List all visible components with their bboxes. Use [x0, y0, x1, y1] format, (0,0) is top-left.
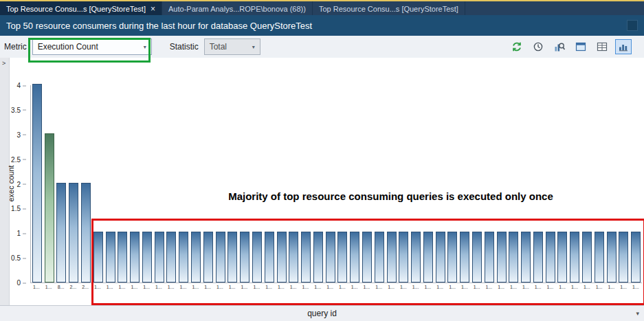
x-tick-label: 1... [617, 285, 630, 292]
bar[interactable] [387, 232, 397, 283]
bar[interactable] [69, 183, 78, 283]
bar[interactable] [265, 232, 274, 283]
bar[interactable] [227, 232, 237, 283]
refresh-icon[interactable] [509, 39, 525, 54]
x-tick-label: 1... [201, 285, 214, 292]
y-tick-label: 0.5 [11, 254, 21, 262]
bar-slot [251, 85, 263, 283]
pane-view-icon[interactable] [573, 39, 589, 54]
bar[interactable] [375, 232, 384, 283]
bar[interactable] [289, 232, 298, 283]
bar[interactable] [509, 232, 518, 283]
metric-label: Metric [4, 42, 27, 52]
bar[interactable] [546, 232, 555, 283]
close-icon[interactable]: × [151, 4, 155, 14]
x-tick-label: 1... [165, 285, 177, 292]
x-tick-label: 1... [153, 285, 165, 292]
x-tick-label: 1... [300, 285, 312, 292]
x-tick-label: 1... [446, 285, 458, 292]
statistic-label: Statistic [170, 42, 199, 52]
chart-view-icon[interactable] [615, 39, 632, 54]
bar[interactable] [619, 232, 628, 283]
tab-auto-param-analysis[interactable]: Auto-Param Analys...ROPE\bonova (68)) [162, 1, 313, 16]
bar[interactable] [460, 232, 469, 283]
bar[interactable] [362, 232, 372, 283]
bar[interactable] [301, 232, 311, 283]
x-tick-label: 1... [116, 285, 129, 292]
bar[interactable] [277, 232, 287, 283]
y-tick-label: 2.5 [11, 155, 21, 163]
bar[interactable] [203, 232, 213, 283]
x-tick-label: 1... [140, 285, 153, 292]
bar[interactable] [81, 183, 91, 283]
x-tick-label: 1... [568, 285, 581, 292]
bar-slot [434, 85, 447, 283]
bar[interactable] [447, 232, 457, 283]
grid-view-icon[interactable] [594, 39, 610, 54]
tab-top-resource-consumers-1[interactable]: Top Resource Consu...s [QueryStoreTest] … [0, 1, 162, 16]
bar-slot [190, 85, 202, 283]
x-axis-dropdown-icon[interactable]: ▾ [636, 310, 639, 317]
bar[interactable] [582, 232, 592, 283]
bar[interactable] [313, 232, 323, 283]
bar-slot [544, 85, 557, 283]
bar[interactable] [595, 232, 604, 283]
chevron-down-icon: ▾ [252, 44, 255, 50]
y-tick-label: 3.5 [11, 106, 21, 113]
bar-slot [92, 85, 104, 283]
bar-selected[interactable] [45, 133, 54, 283]
bar[interactable] [350, 232, 359, 283]
x-tick-label: 1... [287, 285, 300, 292]
tab-label: Auto-Param Analys...ROPE\bonova (68)) [168, 5, 306, 13]
x-tick-label: 1... [385, 285, 397, 292]
x-tick-label: 1... [495, 285, 507, 292]
track-query-icon[interactable] [551, 39, 568, 54]
bar[interactable] [93, 232, 103, 283]
bar[interactable] [423, 232, 433, 283]
statistic-dropdown[interactable]: Total ▾ [204, 38, 260, 55]
bar[interactable] [240, 232, 249, 283]
bar[interactable] [521, 232, 531, 283]
page-title: Top 50 resource consumers during the las… [6, 21, 312, 31]
bar-slot [263, 85, 276, 283]
header-corner-icon[interactable] [627, 20, 638, 31]
bar[interactable] [497, 232, 507, 283]
bar-slot [397, 85, 410, 283]
bar[interactable] [399, 232, 408, 283]
x-tick-label: 1... [532, 285, 544, 292]
clock-icon[interactable] [530, 39, 546, 54]
bar[interactable] [106, 232, 115, 283]
bar[interactable] [32, 84, 42, 283]
bar[interactable] [155, 232, 164, 283]
bar[interactable] [142, 232, 152, 283]
bar[interactable] [631, 232, 641, 283]
bar[interactable] [533, 232, 543, 283]
bar-slot [593, 85, 606, 283]
bar[interactable] [130, 232, 140, 283]
bar-slot [202, 85, 214, 283]
bar[interactable] [557, 232, 567, 283]
bar[interactable] [179, 232, 188, 283]
bar[interactable] [191, 232, 201, 283]
bar[interactable] [326, 232, 335, 283]
expand-panel-icon[interactable]: > [2, 60, 5, 67]
bar[interactable] [411, 232, 421, 283]
bar-slot [422, 85, 434, 283]
bar-slot [129, 85, 141, 283]
bar[interactable] [607, 232, 617, 283]
bar[interactable] [56, 183, 66, 283]
metric-dropdown[interactable]: Execution Count ▾ [32, 38, 152, 55]
bar[interactable] [118, 232, 127, 283]
x-tick-label: 1... [30, 285, 43, 292]
bar[interactable] [436, 232, 445, 283]
bar[interactable] [570, 232, 579, 283]
tab-top-resource-consumers-2[interactable]: Top Resource Consu...s [QueryStoreTest] [313, 1, 465, 16]
y-tick-label: 0 [16, 279, 21, 287]
bar[interactable] [472, 232, 482, 283]
bar[interactable] [485, 232, 494, 283]
bar-slot [177, 85, 190, 283]
bar[interactable] [252, 232, 262, 283]
bar[interactable] [166, 232, 176, 283]
bar[interactable] [337, 232, 347, 283]
bar[interactable] [216, 232, 225, 283]
